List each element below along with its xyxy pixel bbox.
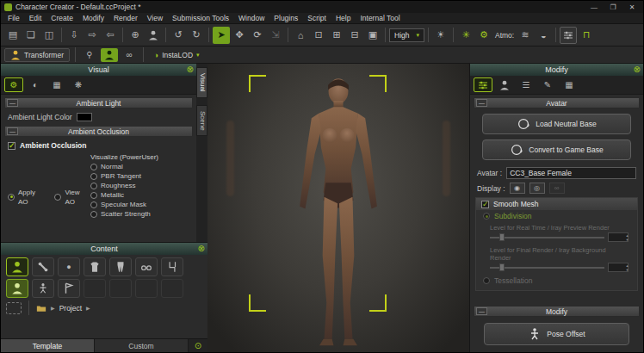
fog-icon[interactable]: ≋ [517, 27, 534, 44]
redo-icon[interactable]: ↻ [188, 27, 205, 44]
category-pants-icon[interactable] [109, 257, 132, 276]
menu-render[interactable]: Render [114, 14, 138, 22]
subcategory-avatar-icon[interactable] [6, 279, 28, 298]
category-material-icon[interactable]: ● [58, 257, 80, 276]
tab-scene[interactable]: Scene [196, 105, 207, 137]
move-tool-icon[interactable]: ✥ [231, 27, 248, 44]
view-ao-radio[interactable]: View AO [54, 192, 90, 201]
character-pose-icon[interactable] [145, 27, 162, 44]
menu-window[interactable]: Window [238, 14, 264, 22]
render-options-icon[interactable]: ⚙ [4, 77, 23, 92]
visualize-option-roughness[interactable]: Roughness [90, 181, 196, 190]
display-eye-icon[interactable]: ◉ [510, 183, 525, 194]
menu-modify[interactable]: Modify [83, 14, 104, 22]
category-character-icon[interactable] [6, 257, 28, 276]
pose-offset-button[interactable]: Pose Offset [484, 323, 629, 345]
wand-tool-icon[interactable]: ⚲ [81, 48, 98, 62]
display-link-icon[interactable]: ∞ [549, 183, 565, 194]
subcategory-pose-icon[interactable] [32, 279, 54, 298]
ambient-occlusion-section-header[interactable]: — Ambient Occlusion [4, 126, 193, 137]
visualize-option-pbr-tangent[interactable]: PBR Tangent [90, 171, 196, 181]
menu-internal-tool[interactable]: Internal Tool [360, 14, 399, 22]
menu-create[interactable]: Create [51, 14, 73, 22]
ambient-light-color-swatch[interactable] [77, 113, 92, 121]
menu-edit[interactable]: Edit [29, 14, 42, 22]
smooth-mesh-checkbox[interactable] [481, 201, 489, 208]
tessellation-radio[interactable] [483, 277, 490, 284]
convert-to-game-base-button[interactable]: Convert to Game Base [482, 139, 631, 160]
modify-morph-icon[interactable]: ☰ [517, 77, 536, 92]
display-mask-icon[interactable]: ◎ [529, 183, 545, 194]
subcategory-flag-icon[interactable] [58, 279, 80, 298]
camera-view-icon[interactable]: ▣ [364, 27, 381, 44]
preview-render-spinbox[interactable] [608, 232, 629, 242]
transformer-button[interactable]: Transformer [4, 48, 70, 62]
collapse-icon[interactable]: — [476, 99, 487, 107]
zoom-out-icon[interactable]: ⊟ [346, 27, 363, 44]
category-skeleton-icon[interactable] [32, 257, 54, 276]
character-model[interactable] [257, 72, 420, 352]
panel-close-icon[interactable]: ⊗ [187, 64, 194, 76]
final-render-spinbox[interactable] [608, 263, 629, 272]
cloud-icon[interactable]: ◒ [535, 27, 552, 44]
menu-submission-tools[interactable]: Submission Tools [172, 14, 229, 22]
modify-panel-header[interactable]: Modify ⊗ [470, 64, 643, 76]
collapse-icon[interactable]: — [7, 127, 18, 135]
scale-tool-icon[interactable]: ⇲ [267, 27, 284, 44]
rotate-tool-icon[interactable]: ⟳ [249, 27, 266, 44]
modify-section-header[interactable]: — Modify [474, 306, 640, 317]
zoom-in-icon[interactable]: ⊞ [328, 27, 345, 44]
tab-visual[interactable]: Visual [196, 67, 207, 98]
export-icon[interactable]: ⇨ [84, 27, 101, 44]
undo-icon[interactable]: ↺ [170, 27, 187, 44]
visualize-option-scatter-strength[interactable]: Scatter Strength [90, 209, 196, 219]
select-tool-icon[interactable]: ➤ [213, 27, 230, 44]
apply-ao-radio[interactable]: Apply AO [8, 192, 46, 201]
home-camera-icon[interactable]: ⌂ [292, 27, 309, 44]
grid-options-icon[interactable]: ▦ [47, 77, 66, 92]
spark-effect-icon[interactable]: ✳ [457, 27, 474, 44]
link-tool-icon[interactable]: ∞ [121, 48, 138, 62]
back-slot-icon[interactable] [6, 302, 22, 314]
modify-sliders-icon[interactable] [474, 77, 492, 92]
visual-panel-header[interactable]: Visual ⊗ [1, 64, 196, 76]
content-check-icon[interactable]: ⊙ [189, 339, 207, 352]
category-cloth-icon[interactable] [84, 257, 106, 276]
category-accessory-icon[interactable] [135, 257, 158, 276]
menu-plugins[interactable]: Plugins [274, 14, 298, 22]
import-icon[interactable]: ⇩ [65, 27, 83, 44]
menu-help[interactable]: Help [336, 14, 350, 22]
render-settings-icon[interactable] [560, 27, 577, 44]
magnet-snap-icon[interactable]: ⊓ [578, 27, 595, 44]
subdivision-radio[interactable] [483, 213, 490, 220]
collapse-icon[interactable]: — [476, 307, 487, 315]
ambient-light-section-header[interactable]: — Ambient Light [4, 97, 193, 108]
save-project-icon[interactable]: ◫ [40, 27, 58, 44]
modify-texture-icon[interactable]: ▦ [560, 77, 579, 92]
content-panel-header[interactable]: Content ⊗ [1, 243, 207, 255]
instalod-button[interactable]: ◑ InstaLOD ▾ [149, 48, 205, 62]
menu-file[interactable]: File [8, 14, 20, 22]
close-button[interactable]: ✕ [624, 3, 640, 11]
menu-view[interactable]: View [147, 14, 163, 22]
send-icon[interactable]: ⇦ [102, 27, 119, 44]
sun-light-icon[interactable]: ☀ [432, 27, 449, 44]
avatar-section-header[interactable]: — Avatar [474, 97, 640, 108]
visualize-option-metallic[interactable]: Metallic [90, 190, 196, 200]
fit-view-icon[interactable]: ⊡ [310, 27, 327, 44]
collapse-icon[interactable]: — [7, 99, 18, 107]
new-project-icon[interactable]: ▤ [4, 27, 22, 44]
visualize-option-specular-mask[interactable]: Specular Mask [90, 200, 196, 209]
minimize-button[interactable]: — [586, 3, 602, 11]
preview-render-slider[interactable] [490, 237, 604, 238]
load-neutral-base-button[interactable]: Load Neutral Base [482, 114, 631, 134]
open-project-icon[interactable]: ❏ [22, 27, 40, 44]
smart-search-icon[interactable]: ⊕ [127, 27, 144, 44]
avatar-name-field[interactable] [506, 167, 636, 179]
menu-script[interactable]: Script [307, 14, 326, 22]
atmosphere-gear-icon[interactable]: ⚙ [475, 27, 492, 44]
visualize-option-normal[interactable]: Normal [90, 162, 196, 171]
maximize-button[interactable]: ❐ [605, 3, 621, 11]
quality-dropdown[interactable]: High ▾ [389, 28, 424, 42]
character-group-icon[interactable] [101, 48, 118, 62]
